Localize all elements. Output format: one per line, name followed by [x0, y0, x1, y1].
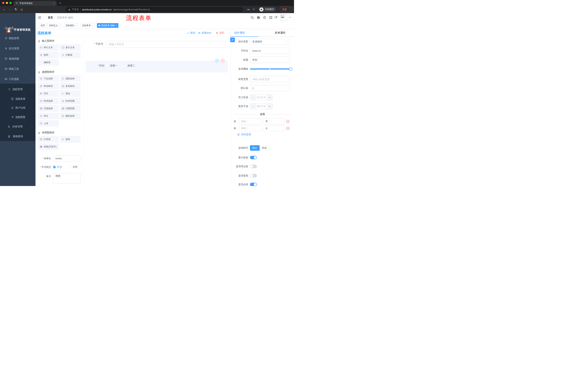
view-json-button[interactable]: 查看json: [198, 31, 211, 35]
checkbox-option-1[interactable]: [106, 64, 108, 67]
sidebar-item-leave-query[interactable]: 请假查询: [0, 132, 35, 140]
key-icon[interactable]: [247, 8, 250, 11]
tag-close-icon[interactable]: ×: [59, 24, 60, 27]
chevron-down-icon[interactable]: ▾: [289, 16, 291, 19]
drag-handle-icon[interactable]: [233, 120, 236, 123]
forward-icon[interactable]: →: [8, 7, 12, 12]
star-icon[interactable]: ☆: [252, 7, 255, 11]
required-toggle[interactable]: [250, 183, 257, 186]
show-label-toggle[interactable]: [250, 156, 257, 159]
reload-icon[interactable]: ↻: [14, 7, 18, 12]
avatar[interactable]: [280, 14, 287, 21]
selected-component-gender[interactable]: *性别 选项一 选项二: [85, 61, 228, 73]
radio-open-label[interactable]: 开启: [57, 165, 62, 169]
remove-option-icon[interactable]: [286, 127, 290, 130]
style-default-button[interactable]: 默认: [250, 145, 260, 151]
delete-component-button[interactable]: [221, 59, 225, 63]
sidebar-item-system[interactable]: 系统管理: [0, 34, 35, 42]
stepper-minus-button[interactable]: −: [250, 95, 256, 100]
radio-closed-label[interactable]: 关闭: [73, 165, 77, 169]
tab-close-icon[interactable]: ×: [53, 2, 55, 5]
label-width-input[interactable]: [250, 76, 290, 82]
max-select-input[interactable]: [256, 104, 267, 109]
sidebar-item-devtools[interactable]: 研发工具: [0, 65, 35, 73]
border-toggle[interactable]: [250, 165, 257, 168]
stepper-plus-button[interactable]: +: [267, 104, 272, 109]
window-close-button[interactable]: [2, 2, 4, 4]
sidebar-item-payment[interactable]: ¥ 支付管理: [0, 44, 35, 53]
window-zoom-button[interactable]: [10, 2, 12, 4]
component-date-picker[interactable]: 日期选择: [38, 105, 59, 112]
component-password[interactable]: 密码: [38, 52, 59, 58]
sidebar-item-process-form[interactable]: 流程表单: [0, 95, 35, 103]
option-1-label-input[interactable]: [239, 118, 262, 124]
home-icon[interactable]: ⌂: [20, 7, 24, 12]
sidebar-item-infra[interactable]: 基础设施: [0, 55, 35, 63]
remove-option-icon[interactable]: [286, 120, 290, 123]
radio-closed[interactable]: [69, 166, 71, 168]
stepper-plus-button[interactable]: +: [267, 95, 272, 100]
update-button[interactable]: 更新 ⋮: [280, 7, 292, 12]
sidebar-item-process-model[interactable]: 流程模型: [0, 113, 35, 121]
form-canvas[interactable]: *手机号 *性别 选项一 选项二: [83, 37, 230, 186]
component-button[interactable]: 按钮: [60, 136, 81, 142]
sidebar-item-workflow[interactable]: 工作流程: [0, 75, 35, 83]
sidebar-item-home[interactable]: 首页: [0, 24, 35, 32]
component-type-select[interactable]: 多选框组: [250, 39, 290, 45]
clear-button[interactable]: 清空: [216, 31, 224, 35]
phone-field-input[interactable]: [106, 41, 226, 47]
form-remark-textarea[interactable]: 嘿嘿: [53, 173, 81, 184]
tab-component-props[interactable]: 组件属性: [234, 29, 245, 36]
form-grid-slider[interactable]: [250, 67, 291, 71]
component-select[interactable]: 下拉选择: [38, 75, 59, 82]
option-2-value-input[interactable]: [263, 125, 284, 131]
component-rate[interactable]: 评分: [38, 113, 59, 119]
component-time-range[interactable]: 时间范围: [60, 98, 81, 104]
back-icon[interactable]: ←: [2, 7, 6, 12]
tag-process-form-edit[interactable]: 流程表单-编辑 ×: [97, 23, 118, 28]
component-radio-group[interactable]: 单选框组: [38, 83, 59, 89]
save-button[interactable]: 保存: [187, 31, 195, 35]
option-2-label-input[interactable]: [239, 125, 262, 131]
component-time-picker[interactable]: 时间选择: [38, 98, 59, 104]
component-switch[interactable]: 开关: [38, 90, 59, 97]
question-icon[interactable]: [263, 16, 266, 19]
drag-handle-icon[interactable]: [233, 127, 236, 130]
fullscreen-icon[interactable]: [269, 16, 273, 19]
tag-close-icon[interactable]: ×: [92, 24, 93, 27]
component-upload[interactable]: 上传: [38, 120, 59, 127]
github-icon[interactable]: [257, 16, 260, 19]
component-multi-text[interactable]: 多行文本: [60, 44, 81, 51]
checkbox-option-2-label[interactable]: 选项二: [127, 64, 135, 67]
tag-home[interactable]: 首页: [39, 23, 47, 28]
default-value-input[interactable]: [250, 85, 290, 91]
disabled-toggle[interactable]: [250, 174, 257, 177]
search-icon[interactable]: [251, 16, 254, 19]
tab-form-props[interactable]: 表单属性: [275, 29, 286, 36]
tag-close-icon[interactable]: ×: [116, 24, 117, 27]
component-single-text[interactable]: 单行文本: [38, 44, 59, 51]
sidebar-collapse-icon[interactable]: [38, 16, 41, 19]
sidebar-item-process-mgmt[interactable]: 流程管理: [0, 85, 35, 93]
option-1-value-input[interactable]: [263, 118, 284, 124]
component-color-picker[interactable]: 颜色选择: [60, 113, 81, 119]
field-name-input[interactable]: [250, 48, 290, 54]
tag-process-definition[interactable]: 流程定义 ×: [47, 23, 61, 28]
new-tab-button[interactable]: +: [59, 1, 61, 5]
stepper-minus-button[interactable]: −: [250, 104, 256, 109]
browser-tab[interactable]: 芋道管理系统 ×: [14, 1, 57, 6]
component-cascader[interactable]: 级联选择: [60, 75, 81, 82]
add-option-button[interactable]: 添加选项: [237, 133, 251, 136]
tag-process-form[interactable]: 流程表单 ×: [80, 23, 94, 28]
component-counter[interactable]: 123计数器: [60, 52, 81, 58]
sidebar-item-task-mgmt[interactable]: 任务管理: [0, 122, 35, 130]
sidebar-item-user-group[interactable]: 用户分组: [0, 104, 35, 112]
style-button-button[interactable]: 按钮: [260, 145, 269, 151]
breadcrumb-home[interactable]: 首页: [48, 16, 53, 19]
slider-thumb[interactable]: [289, 67, 292, 71]
radio-open[interactable]: [53, 166, 56, 168]
component-checkbox-group[interactable]: 多选框组: [60, 83, 81, 89]
component-slider[interactable]: 滑块: [60, 90, 81, 97]
url-bar[interactable]: 不安全 dashboard.yudao.iocoder.cn/bpm/manag…: [66, 7, 243, 12]
component-row-container[interactable]: 行容器: [38, 136, 59, 142]
